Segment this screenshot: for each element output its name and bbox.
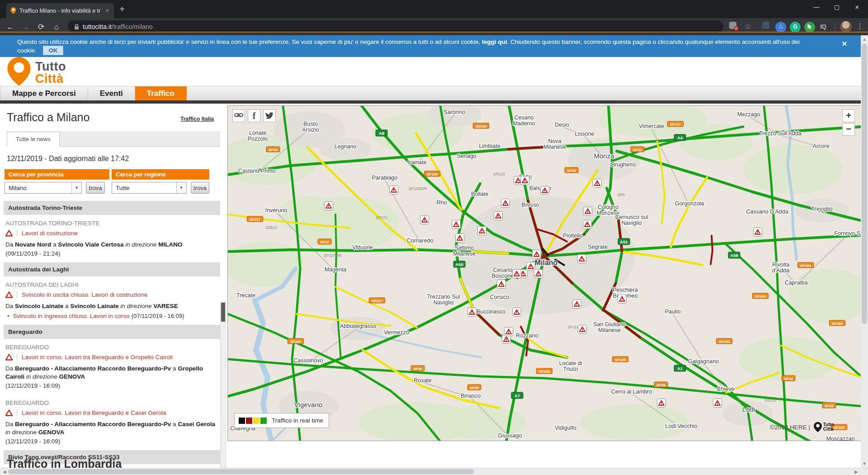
traffic-warning-marker[interactable] [513,308,521,317]
traffic-warning-marker[interactable] [527,262,535,271]
traffic-warning-marker[interactable] [584,207,592,216]
traffic-warning-marker[interactable] [390,186,398,195]
news-list-scrollbar-thumb[interactable] [221,303,225,322]
cookie-close-icon[interactable]: ✕ [841,40,847,48]
extension-grammarly-icon[interactable]: G [790,22,801,33]
svg-text:A58: A58 [730,253,738,258]
nav-item-traffico[interactable]: Traffico [135,86,187,101]
traffic-warning-marker[interactable] [534,270,543,278]
traffic-warning-marker[interactable] [325,202,333,210]
traffic-map[interactable]: SaronnoBustoArsizioLonatePozzoloLegnanoC… [227,105,862,441]
road-shield: SP30 [411,366,425,371]
road-shield: SP205 [536,368,552,374]
traffic-warning-marker[interactable] [583,220,592,229]
traffic-warning-marker[interactable] [468,308,476,317]
svg-text:A7: A7 [514,393,520,398]
tab-tutte-le-news[interactable]: Tutte le news [7,132,60,147]
extension-iq-icon[interactable]: IQ [818,22,829,33]
traffic-warning-marker[interactable] [505,328,513,336]
scroll-up-icon[interactable]: ▲ [861,37,868,42]
traffic-warning-marker[interactable] [618,295,627,304]
horizontal-scrollbar[interactable]: ◀ ▶ [0,468,868,475]
road-shield: SP185 [829,320,845,326]
map-canvas[interactable]: SaronnoBustoArsizioLonatePozzoloLegnanoC… [228,106,862,441]
region-select[interactable]: Tutte ▾ [112,182,187,194]
news-list-scrollbar[interactable] [220,301,226,475]
town-label: Capralba [785,280,808,286]
traffic-warning-marker[interactable] [754,228,762,237]
svg-text:SP109: SP109 [427,172,438,176]
extension-adblock-icon[interactable]: x [727,22,738,33]
address-bar[interactable]: tuttocitta.it/traffico/milano [68,20,723,33]
traffic-warning-marker[interactable] [578,255,586,263]
traffic-warning-marker[interactable] [573,300,581,309]
region-trova-button[interactable]: trova [191,182,209,194]
svg-text:A4: A4 [677,135,683,140]
new-tab-button[interactable]: + [119,5,125,14]
town-label: Rivoltad'Adda [772,261,790,274]
cookie-leggi-qui-link[interactable]: leggi qui [482,38,507,45]
tab-close-icon[interactable]: × [104,7,110,14]
vertical-scrollbar-thumb[interactable] [862,43,867,324]
vertical-scrollbar[interactable]: ▲ ▼ [861,35,868,468]
traffic-warning-marker[interactable] [420,216,429,224]
cookie-ok-button[interactable]: OK [43,46,64,55]
map-zoom-out-button[interactable]: − [842,123,855,136]
horizontal-scrollbar-thumb[interactable] [8,469,474,474]
traffic-warning-marker[interactable] [501,199,510,208]
traffico-italia-link[interactable]: Traffico Italia [180,116,214,122]
facebook-share-button[interactable]: f [248,109,260,122]
tuttocitta-logo[interactable]: Tutto Città [7,57,66,86]
traffic-warning-marker[interactable] [456,234,464,242]
share-link-button[interactable] [232,109,245,122]
province-select[interactable]: Milano ▾ [5,182,82,194]
extension-pointer-icon[interactable] [804,22,815,33]
scroll-down-icon[interactable]: ▼ [861,461,868,466]
news-section-header: Bereguardo [4,325,220,339]
road-shield: SP109 [424,171,440,176]
traffic-warning-marker[interactable] [502,335,511,344]
town-label: Galgagnano [688,358,719,365]
traffic-warning-marker[interactable] [497,280,506,289]
town-label: San GiulianoMilanese [593,321,626,333]
traffic-warning-marker[interactable] [578,325,587,334]
profile-avatar[interactable] [840,21,852,33]
svg-text:SP25: SP25 [825,404,834,408]
chevron-down-icon: ▾ [176,182,186,193]
traffic-warning-marker[interactable] [713,399,722,408]
extension-blue-icon[interactable]: ∴ [775,22,786,33]
traffic-warning-marker[interactable] [478,227,486,235]
scroll-right-icon[interactable]: ▶ [853,470,860,474]
traffic-warning-marker[interactable] [452,220,461,229]
traffic-warning-marker[interactable] [593,179,602,188]
extension-search-icon[interactable] [760,22,771,33]
news-item-title: AUTOSTRADA TORINO-TRIESTE [5,220,218,227]
search-province-header: Cerca per provincia [5,169,109,180]
traffic-warning-marker[interactable] [533,250,541,259]
town-label: Monza [594,152,614,160]
scroll-left-icon[interactable]: ◀ [1,470,8,474]
town-label: Fornovo S [834,230,860,237]
window-close-button[interactable]: × [847,0,867,14]
traffic-warning-marker[interactable] [541,186,549,195]
window-minimize-button[interactable]: — [807,0,826,14]
svg-text:SP16: SP16 [784,377,793,381]
twitter-share-button[interactable] [263,109,276,122]
map-zoom-in-button[interactable]: + [842,109,855,122]
town-label: Vittuone [352,244,373,251]
traffic-warning-marker[interactable] [494,212,503,220]
town-label: BustoArsizio [302,121,319,133]
window-maximize-button[interactable]: ▢ [827,0,847,14]
traffic-warning-marker[interactable] [513,270,521,278]
road-shield: SP19 [266,147,280,152]
nav-item-mappe[interactable]: Mappe e Percorsi [0,86,88,101]
browser-menu-icon[interactable]: ⋮ [856,22,863,30]
bookmark-star-icon[interactable]: ☆ [742,22,753,33]
nav-item-eventi[interactable]: Eventi [88,86,135,101]
province-trova-button[interactable]: trova [86,182,105,194]
town-label: SettimoMilanese [453,245,476,257]
browser-tab[interactable]: Traffico Milano - info viabilità e tr × [6,3,114,18]
traffic-warning-marker[interactable] [521,176,529,185]
news-item-title: BEREGUARDO [5,399,218,406]
traffic-warning-marker[interactable] [657,399,666,408]
